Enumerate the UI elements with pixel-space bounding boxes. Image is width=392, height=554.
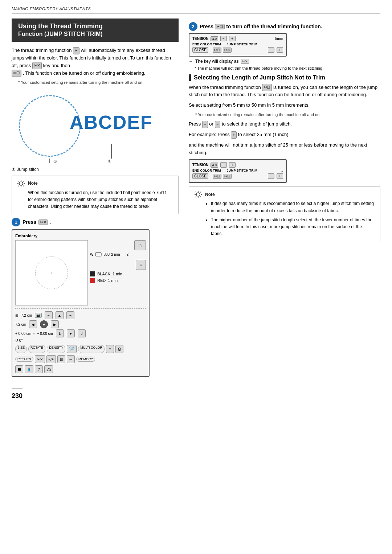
btn-left[interactable]: ◀ [29,320,37,328]
color-row-black: BLACK 1 min [90,271,146,276]
section2-p2: Select a setting from 5 mm to 50 mm in 5… [189,102,380,109]
tension-minus-1[interactable]: − [220,36,227,41]
btn-thread-icon[interactable]: 🧵 [25,365,33,373]
svg-line-22 [196,197,196,197]
screen-bottom-controls: ⊞ 7.2 cm 📷 ⌐ ▲ ¬ 7.2 cm ◀ ● ▶ [15,307,146,373]
btn-resize-icon[interactable]: ⇔ [67,355,75,363]
diagram-svg: ① ① [12,91,150,164]
tension-plus-2[interactable]: + [229,162,236,168]
press-plus-row: Press + or − to select the length of jum… [189,120,380,128]
mini-minus-2[interactable]: − [268,173,274,179]
intro-paragraph: The thread trimming function ✂ will auto… [12,47,179,77]
title-line2: Function (JUMP STITCH TRIM) [18,30,172,38]
w-label: W [90,253,93,257]
btn-multi-color[interactable]: MULTI COLOR [78,345,105,353]
svg-line-9 [19,181,19,181]
mm-label-1: 5mm [275,37,283,41]
size-icon-2: 📷 [35,313,42,318]
jump-stitch-icon-1[interactable]: ✂✕ [223,48,232,53]
mm-label-2: .. [281,169,283,172]
example-row: For example: Press + to select 25 mm (1 … [189,131,380,139]
step-1-icon: ✂✕ [38,219,48,225]
size-w: 7.2 cm [21,313,32,317]
end-color-icon-1: ✂☐ [213,48,221,53]
tension-label-2: TENSION [192,163,208,167]
mini-screen-2-row2: END COLOR TRIM JUMP STITCH TRIM .. [192,169,283,172]
step-1-circle: 1 [12,218,20,226]
mini-screen-1-row2: END COLOR TRIM JUMP STITCH TRIM [192,42,283,46]
plus-icon-2: + [231,131,237,139]
btn-tr[interactable]: ¬ [66,311,74,319]
mini-screen-1-row3: CLOSE ✂☐ ✂✕ − + [192,47,283,53]
asterisk-note-2: Your customized setting remains after tu… [195,112,380,118]
step-1-label: Press [23,219,36,225]
close-btn-1[interactable]: CLOSE [192,47,208,53]
btn-density[interactable]: DENSITY [47,345,65,353]
rotate-text: ↺ 0° [15,338,23,342]
btn-size[interactable]: SIZE [15,345,27,353]
press-key-icon-1: ✂✕ [32,62,42,69]
btn-menu[interactable]: ☰ [15,365,23,373]
btn-needle[interactable]: 🪡 [67,345,77,353]
btn-right[interactable]: ▶ [51,320,59,328]
screen-top-bar: Embroidery [15,234,146,238]
arrow-note-1: → The key will display as ✂✕ [189,59,380,64]
mini-screen-2-row1: TENSION 4.0 − + [192,162,283,168]
btn-down[interactable]: ▼ [67,329,75,337]
btn-pattern[interactable]: ≡ [106,345,114,353]
btn-question[interactable]: ? [35,365,43,373]
mini-screen-1-row1: TENSION 4.0 − + 5mm [192,36,283,41]
btn-tl[interactable]: ⌐ [45,311,53,319]
tension-icon-1: 4.0 [211,36,218,41]
btn-trim-icon[interactable]: ✂✕ [35,355,45,363]
svg-text:①: ① [53,159,57,164]
embroidery-screen: Embroidery + ⌂ W [12,229,150,377]
section-title-box: Using the Thread Trimming Function (JUMP… [12,19,179,42]
section-2-heading: Selecting the Length of Jump Stitch Not … [189,74,380,81]
function-icon-1: ✂☐ [12,70,21,77]
thread-icon-2: ✂☐ [262,84,272,91]
btn-8[interactable]: 8 [115,345,123,353]
note-box-2: Note If design has many trims it is reco… [189,186,380,241]
home-btn[interactable]: ⌂ [134,240,146,250]
canvas-cross: + [50,270,53,276]
jump-stitch-icon-2[interactable]: ✂☐ [223,174,232,179]
spool-icon [95,252,102,257]
end-color-icon-2: ✂☐ [213,174,221,179]
note-box-1: Note When this function is turned on, us… [12,176,179,214]
size-h: 7.2 cm [15,323,26,327]
btn-return[interactable]: RETURN [15,357,33,362]
svg-rect-13 [95,253,101,256]
btn-center[interactable]: ● [40,320,48,328]
section2-p1: When the thread trimming function ✂☐ is … [189,84,380,99]
note2-bullet-1: If design has many trims it is recommend… [211,200,375,214]
arrow-symbol: → [189,59,193,64]
svg-line-19 [196,192,196,193]
scroll-btn[interactable]: ≡ [136,260,146,270]
tension-plus-1[interactable]: + [229,36,236,41]
page-number: 230 [12,389,23,400]
btn-br[interactable]: J [78,329,86,337]
note-header-2: Note [194,190,375,198]
step-1-dot: . [49,219,51,225]
btn-hoop-icon[interactable]: ⊡ [57,355,65,363]
btn-rotate[interactable]: ROTATE [28,345,45,353]
stat-2min: 2 min [111,253,120,257]
diagram-area: ABCDEF ① ① [12,91,179,164]
mini-minus-1[interactable]: − [268,47,274,53]
key-display-icon: ✂✕ [241,59,249,64]
and-text: and the machine will not trim a jump sti… [189,141,380,157]
btn-memory[interactable]: MEMORY [76,357,95,362]
btn-info[interactable]: 🖨i [44,365,53,373]
btn-stitch-icon[interactable]: −/+ [46,355,56,363]
note-header-1: Note [17,180,173,188]
note2-bullet-2: The higher number of the jump stitch len… [211,217,375,238]
btn-up[interactable]: ▲ [56,311,64,319]
tension-minus-2[interactable]: − [220,162,227,168]
close-btn-2[interactable]: CLOSE [192,173,208,179]
end-color-trim-label-2: END COLOR TRIM [192,169,221,172]
mini-plus-2[interactable]: + [277,173,283,179]
btn-bl[interactable]: L [56,329,64,337]
mini-plus-1[interactable]: + [277,47,283,53]
intro-text1: The thread trimming function [12,48,72,53]
